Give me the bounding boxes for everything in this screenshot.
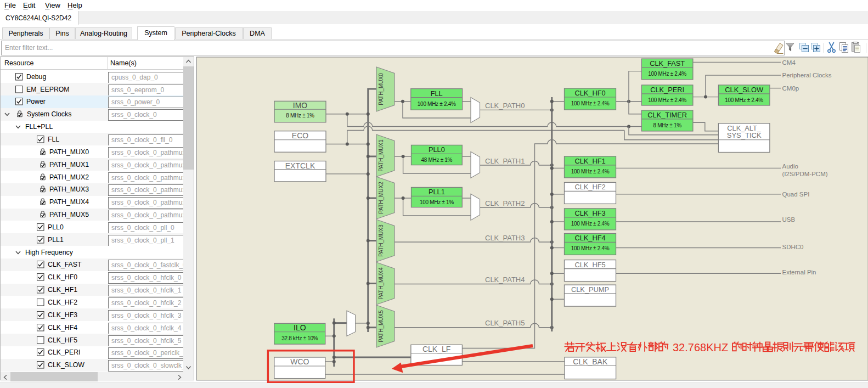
svg-text:CLK_HF4: CLK_HF4 <box>574 234 605 242</box>
svg-text:PLL1: PLL1 <box>429 188 445 196</box>
svg-text:32.768KHZ: 32.768KHZ <box>673 341 728 353</box>
svg-text:CLK_PATH3: CLK_PATH3 <box>485 234 525 242</box>
svg-text:PATH_MUX0: PATH_MUX0 <box>378 73 384 105</box>
svg-text:WCO: WCO <box>290 357 309 366</box>
svg-text:SYS_TICK: SYS_TICK <box>727 131 762 139</box>
svg-text:PATH_MUX4: PATH_MUX4 <box>378 267 384 300</box>
svg-text:CLK_PATH2: CLK_PATH2 <box>485 199 525 207</box>
svg-text:8 MHz ± 1%: 8 MHz ± 1% <box>653 122 681 128</box>
svg-text:Peripheral Clocks: Peripheral Clocks <box>782 72 832 78</box>
svg-text:100 MHz ± 2.4%: 100 MHz ± 2.4% <box>571 245 610 251</box>
svg-text:FLL: FLL <box>431 89 443 98</box>
svg-text:CLK_HF3: CLK_HF3 <box>574 209 605 217</box>
svg-text:EXTCLK: EXTCLK <box>285 161 315 170</box>
svg-text:CLK_FAST: CLK_FAST <box>650 59 685 68</box>
svg-text:CLK_PUMP: CLK_PUMP <box>571 285 609 294</box>
svg-text:PLL0: PLL0 <box>429 145 445 154</box>
svg-text:CLK_HF1: CLK_HF1 <box>574 157 605 165</box>
svg-text:100 MHz ± 2.4%: 100 MHz ± 2.4% <box>571 168 610 175</box>
svg-text:PATH_MUX1: PATH_MUX1 <box>378 139 384 172</box>
svg-text:PATH_MUX2: PATH_MUX2 <box>378 182 384 214</box>
svg-text:CM0p: CM0p <box>782 85 799 92</box>
svg-text:SDHC0: SDHC0 <box>782 244 804 250</box>
svg-text:100 MHz ± 2.4%: 100 MHz ± 2.4% <box>648 97 686 103</box>
svg-text:ECO: ECO <box>292 131 308 140</box>
svg-text:Quad SPI: Quad SPI <box>782 191 810 198</box>
svg-text:CLK_SLOW: CLK_SLOW <box>725 86 764 94</box>
svg-text:8 MHz ± 1%: 8 MHz ± 1% <box>286 113 314 119</box>
svg-text:CM4: CM4 <box>782 59 796 66</box>
svg-text:CLK_LF: CLK_LF <box>422 345 450 353</box>
svg-text:PATH_MUX3: PATH_MUX3 <box>378 224 384 257</box>
svg-text:PATH_MUX5: PATH_MUX5 <box>378 310 384 342</box>
svg-text:CLK_HF2: CLK_HF2 <box>574 183 605 191</box>
svg-text:(I2S/PDM-PCM): (I2S/PDM-PCM) <box>782 171 828 177</box>
svg-text:Audio: Audio <box>782 163 798 170</box>
svg-text:CLK_BAK: CLK_BAK <box>573 357 608 366</box>
svg-text:External Pin: External Pin <box>782 269 816 275</box>
svg-text:CLK_TIMER: CLK_TIMER <box>647 111 687 119</box>
svg-text:CLK_PATH5: CLK_PATH5 <box>485 319 525 327</box>
svg-text:100 MHz ± 2.4%: 100 MHz ± 2.4% <box>571 221 610 227</box>
svg-text:100 MHz ± 2.4%: 100 MHz ± 2.4% <box>648 71 686 77</box>
svg-text:CLK_PATH1: CLK_PATH1 <box>485 157 525 165</box>
svg-text:100 MHz ± 2.4%: 100 MHz ± 2.4% <box>418 101 456 107</box>
svg-text:ILO: ILO <box>294 323 306 332</box>
svg-text:IMO: IMO <box>293 101 308 110</box>
svg-text:CLK_HF5: CLK_HF5 <box>574 261 605 269</box>
svg-text:CLK_HF0: CLK_HF0 <box>574 89 605 97</box>
svg-text:32.8 kHz ± 10%: 32.8 kHz ± 10% <box>281 335 318 341</box>
svg-text:CLK_PATH4: CLK_PATH4 <box>485 275 525 284</box>
svg-text:100 MHz ± 1%: 100 MHz ± 1% <box>420 199 454 205</box>
svg-text:USB: USB <box>782 216 796 223</box>
svg-text:CLK_PATH0: CLK_PATH0 <box>485 102 525 110</box>
svg-text:100 MHz ± 2.4%: 100 MHz ± 2.4% <box>725 97 763 103</box>
svg-text:48 MHz ± 1%: 48 MHz ± 1% <box>421 157 453 163</box>
svg-text:100 MHz ± 2.4%: 100 MHz ± 2.4% <box>571 100 610 106</box>
svg-text:CLK_PERI: CLK_PERI <box>650 86 684 94</box>
